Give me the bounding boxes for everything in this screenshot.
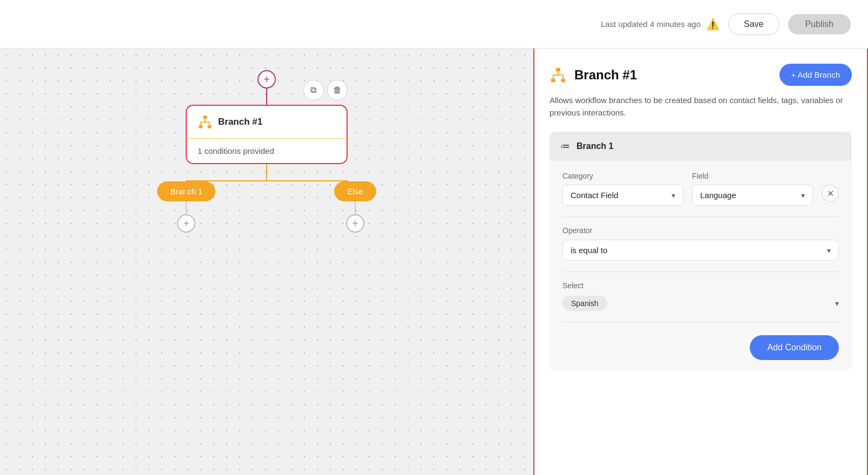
operator-value: is equal to <box>571 246 607 255</box>
header: Last updated 4 minutes ago ⚠️ Save Publi… <box>0 0 868 49</box>
category-field-row: Category Contact Field ▾ Field Language … <box>562 172 839 206</box>
category-select[interactable]: Contact Field ▾ <box>562 185 683 206</box>
panel-header: Branch #1 + Add Branch <box>550 64 852 86</box>
divider-3 <box>562 322 839 322</box>
header-status: Last updated 4 minutes ago ⚠️ <box>601 18 720 31</box>
branch-section-header: ≔ Branch 1 <box>550 132 852 161</box>
connector-line-node-bottom <box>266 164 267 180</box>
last-updated-text: Last updated 4 minutes ago <box>601 19 701 29</box>
field-select[interactable]: Language ▾ <box>692 185 813 206</box>
category-group: Category Contact Field ▾ <box>562 172 683 206</box>
publish-button[interactable]: Publish <box>788 14 851 35</box>
connector-line-else <box>355 201 356 214</box>
category-chevron-icon: ▾ <box>672 191 675 200</box>
operator-label: Operator <box>562 226 592 235</box>
svg-rect-9 <box>561 78 565 82</box>
branch-section-title: Branch 1 <box>577 141 613 151</box>
panel-title: Branch #1 <box>574 67 637 83</box>
svg-rect-1 <box>199 125 202 128</box>
copy-node-button[interactable]: ⧉ <box>303 80 324 100</box>
connector-line-branch1 <box>186 201 187 214</box>
field-group: Field Language ▾ <box>692 172 813 206</box>
divider-1 <box>562 216 839 217</box>
branch-section: ≔ Branch 1 Category Contact Field ▾ Fiel <box>550 132 852 371</box>
branch-node-body: 1 conditions provided <box>187 139 347 163</box>
branch-node-card[interactable]: Branch #1 1 conditions provided <box>186 105 348 164</box>
add-node-else-button[interactable]: + <box>346 214 364 233</box>
panel-description: Allows workflow branches to be created b… <box>550 94 852 119</box>
add-node-top-button[interactable]: + <box>257 70 276 89</box>
field-chevron-icon: ▾ <box>801 191 805 200</box>
list-icon: ≔ <box>560 140 570 152</box>
conditions-text: 1 conditions provided <box>198 146 274 155</box>
connector-line-top <box>266 89 267 105</box>
category-label: Category <box>562 172 683 180</box>
remove-condition-button[interactable]: ✕ <box>822 185 839 202</box>
spanish-tag: Spanish <box>562 296 607 311</box>
svg-rect-0 <box>203 116 207 119</box>
panel-title-group: Branch #1 <box>550 66 637 84</box>
operator-section: Operator is equal to ▾ <box>562 226 839 261</box>
add-condition-button[interactable]: Add Condition <box>750 335 839 360</box>
divider-2 <box>562 272 839 272</box>
workflow-nodes: + ⧉ 🗑 <box>157 70 376 233</box>
panel-branch-icon <box>550 66 567 84</box>
branch-node-header: Branch #1 <box>187 106 347 139</box>
category-value: Contact Field <box>571 191 618 200</box>
operator-chevron-icon: ▾ <box>827 246 831 255</box>
svg-rect-2 <box>208 125 212 128</box>
select-tags-area: Spanish <box>562 296 835 311</box>
select-dropdown-row: Spanish ▾ <box>562 296 839 311</box>
add-branch-button[interactable]: + Add Branch <box>779 64 852 86</box>
field-label: Field <box>692 172 813 180</box>
workflow-canvas[interactable]: + ⧉ 🗑 <box>0 49 533 475</box>
branch-section-body: Category Contact Field ▾ Field Language … <box>550 161 852 371</box>
else-pill[interactable]: Else <box>334 181 376 201</box>
branch-node-icon <box>198 114 213 130</box>
select-chevron-icon: ▾ <box>835 299 839 308</box>
delete-node-button[interactable]: 🗑 <box>327 80 348 100</box>
operator-select[interactable]: is equal to ▾ <box>562 240 839 261</box>
field-value: Language <box>700 191 736 200</box>
save-button[interactable]: Save <box>728 13 779 35</box>
branch-node-title: Branch #1 <box>218 117 262 127</box>
svg-rect-7 <box>556 67 560 71</box>
select-label: Select <box>562 281 584 290</box>
main-area: + ⧉ 🗑 <box>0 49 868 475</box>
node-actions: ⧉ 🗑 <box>303 80 348 100</box>
add-node-branch1-button[interactable]: + <box>177 214 195 233</box>
select-section: Select Spanish ▾ <box>562 281 839 311</box>
svg-rect-8 <box>551 78 555 82</box>
right-panel: Branch #1 + Add Branch Allows workflow b… <box>533 49 868 475</box>
warning-icon: ⚠️ <box>706 18 720 31</box>
